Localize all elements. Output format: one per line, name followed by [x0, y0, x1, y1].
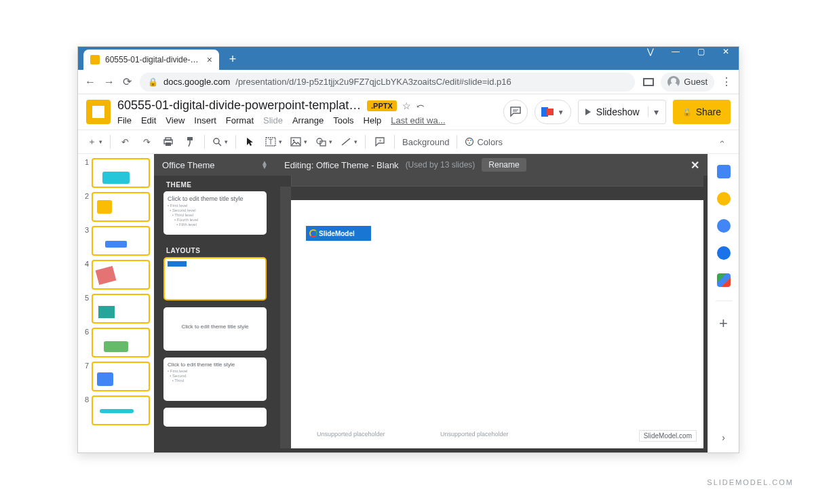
redo-button[interactable]: ↷ [137, 132, 156, 151]
shape-tool[interactable]: ▾ [313, 132, 335, 151]
slide-thumb[interactable]: 4 [82, 260, 150, 290]
new-slide-button[interactable]: ＋ ▾ [85, 132, 105, 151]
contacts-icon[interactable] [717, 246, 731, 260]
close-theme-editor-icon[interactable]: ✕ [691, 159, 699, 172]
back-button[interactable]: ← [85, 76, 96, 88]
add-addon-button[interactable]: + [719, 315, 728, 332]
forward-button[interactable]: → [104, 76, 115, 88]
menu-file[interactable]: File [117, 115, 132, 125]
minimize-button[interactable]: — [672, 47, 680, 56]
text-box-tool[interactable]: T ▾ [263, 132, 285, 151]
slidemodel-logo-box[interactable]: SlideModel [306, 226, 371, 241]
zoom-button[interactable]: ▾ [210, 132, 231, 151]
maps-icon[interactable] [717, 273, 731, 287]
side-rail: + › [708, 154, 739, 452]
slideshow-button[interactable]: Slideshow ▾ [578, 100, 666, 124]
move-icon[interactable]: ⤺ [416, 100, 425, 111]
browser-tab[interactable]: 60555-01-digital-divide-powerpo × [83, 50, 219, 70]
vertical-ruler[interactable] [280, 187, 291, 448]
horizontal-ruler[interactable] [280, 176, 703, 187]
menu-format[interactable]: Format [226, 115, 254, 125]
slide-canvas[interactable]: SlideModel Unsupported placeholder Unsup… [291, 200, 703, 448]
layout-thumb-title[interactable]: Click to edit theme title style [163, 307, 267, 351]
placeholder-text: Unsupported placeholder [317, 431, 385, 438]
slides-logo-icon[interactable] [86, 100, 111, 124]
collapse-rail-button[interactable]: › [722, 432, 725, 443]
slides-favicon [90, 55, 100, 64]
menu-tools[interactable]: Tools [333, 115, 353, 125]
reload-button[interactable]: ⟳ [123, 75, 132, 88]
canvas-header: Editing: Office Theme - Blank (Used by 1… [276, 154, 708, 176]
slide-thumb[interactable]: 7 [82, 362, 150, 391]
layouts-section-label: LAYOUTS [163, 241, 267, 257]
profile-pill[interactable]: Guest [661, 73, 714, 92]
calendar-icon[interactable] [717, 165, 731, 178]
line-tool[interactable]: ▾ [338, 132, 360, 151]
tab-close-icon[interactable]: × [207, 54, 212, 65]
svg-rect-3 [187, 137, 193, 140]
layout-thumb-blank[interactable] [163, 257, 267, 301]
layout-thumb-content[interactable]: Click to edit theme title style • First … [163, 357, 267, 401]
slide-thumb[interactable]: 2 [82, 192, 150, 222]
menu-help[interactable]: Help [364, 115, 382, 125]
comments-button[interactable] [503, 100, 528, 124]
slide-thumb[interactable]: 3 [82, 226, 150, 256]
maximize-button[interactable]: ▢ [697, 47, 705, 56]
svg-point-12 [466, 138, 473, 146]
paint-format-button[interactable] [180, 132, 199, 151]
menu-arrange[interactable]: Arrange [292, 115, 324, 125]
meet-button[interactable]: ▼ [535, 100, 571, 124]
rename-button[interactable]: Rename [482, 158, 526, 172]
menu-insert[interactable]: Insert [194, 115, 216, 125]
slide-thumb[interactable]: 6 [82, 328, 150, 357]
sort-icon[interactable]: ▲▼ [261, 161, 268, 169]
select-tool[interactable] [241, 132, 260, 151]
comment-tool[interactable]: + [370, 132, 389, 151]
slide-thumb[interactable]: 8 [82, 395, 150, 425]
print-button[interactable] [159, 132, 178, 151]
slides-filmstrip[interactable]: 1 2 3 4 5 6 7 8 [78, 154, 154, 452]
menubar: File Edit View Insert Format Slide Arran… [117, 115, 497, 125]
theme-panel-header[interactable]: Office Theme ▲▼ [154, 154, 276, 176]
slideshow-label: Slideshow [596, 106, 640, 117]
svg-point-14 [470, 140, 471, 141]
chevron-down-icon[interactable]: ▾ [648, 106, 659, 117]
document-title[interactable]: 60555-01-digital-divide-powerpoint-templ… [117, 98, 362, 113]
slide-thumb[interactable]: 5 [82, 294, 150, 324]
svg-rect-1 [166, 138, 171, 140]
background-button[interactable]: Background [400, 132, 452, 151]
layout-thumb[interactable] [163, 408, 267, 427]
minimize-icon[interactable]: ⋁ [647, 47, 654, 56]
meet-icon [541, 107, 555, 117]
svg-text:+: + [379, 138, 382, 144]
share-button[interactable]: 🔒 Share [673, 100, 731, 124]
chrome-menu-icon[interactable]: ⋮ [721, 75, 732, 88]
extensions-icon[interactable] [643, 78, 654, 86]
theme-panel-title: Office Theme [162, 160, 215, 170]
image-tool[interactable]: ▾ [288, 132, 310, 151]
close-button[interactable]: ✕ [722, 47, 729, 56]
last-edit-link[interactable]: Last edit wa... [391, 115, 445, 125]
document-header: 60555-01-digital-divide-powerpoint-templ… [78, 94, 739, 130]
undo-button[interactable]: ↶ [115, 132, 134, 151]
star-icon[interactable]: ☆ [402, 100, 411, 111]
slide-thumb[interactable]: 1 [82, 158, 150, 188]
svg-rect-2 [166, 142, 171, 146]
new-tab-button[interactable]: + [223, 50, 242, 69]
chrome-window: 60555-01-digital-divide-powerpo × + ⋁ — … [77, 46, 739, 453]
keep-icon[interactable] [717, 192, 731, 206]
editing-label: Editing: Office Theme - Blank [284, 160, 399, 170]
master-thumb[interactable]: Click to edit theme title style • First … [163, 191, 267, 235]
menu-view[interactable]: View [166, 115, 185, 125]
svg-text:T: T [269, 138, 273, 146]
svg-point-8 [293, 140, 295, 142]
colors-button[interactable]: Colors [462, 132, 505, 151]
footer-brand-box[interactable]: SlideModel.com [639, 430, 697, 442]
url-input[interactable]: 🔒 docs.google.com/presentation/d/19-p5z1… [140, 73, 635, 92]
collapse-toolbar-button[interactable]: ‹ [713, 132, 732, 151]
pptx-badge: .PPTX [367, 100, 397, 111]
menu-edit[interactable]: Edit [141, 115, 156, 125]
tasks-icon[interactable] [717, 219, 731, 233]
slidemodel-logo-icon [309, 229, 317, 237]
menu-slide[interactable]: Slide [263, 115, 283, 125]
